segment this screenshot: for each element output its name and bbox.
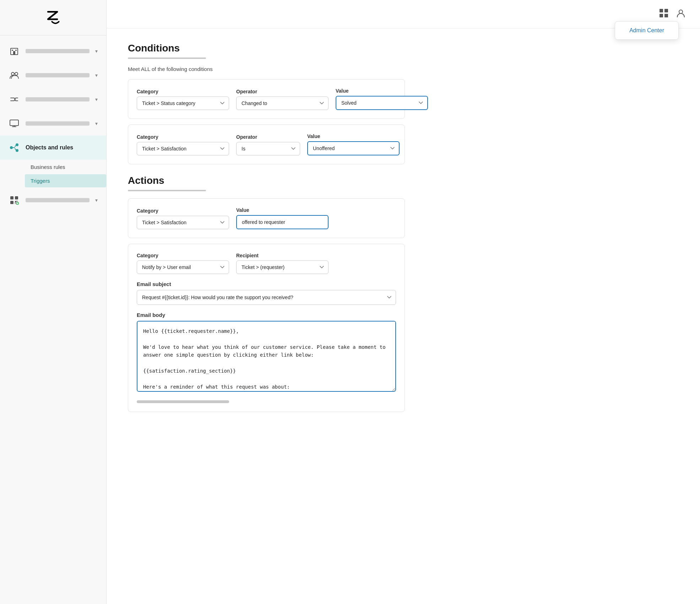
condition-fields-1: Category Ticket > Status category Operat… [137,88,396,110]
nav-item-label-bar [26,121,89,126]
condition-operator-select-2[interactable]: Is [236,142,300,155]
sidebar-item-account[interactable]: ▾ [0,39,106,63]
actions-title: Actions [128,175,405,186]
apps-grid-icon [9,194,20,206]
sidebar-subitem-business-rules[interactable]: Business rules [25,160,106,174]
action-fields-2: Category Notify by > User email Recipien… [137,253,396,274]
svg-rect-10 [10,196,13,199]
chevron-down-icon: ▾ [95,72,98,78]
condition-operator-select-1[interactable]: Changed to [236,97,329,110]
action-recipient-select[interactable]: Ticket > (requester) [236,260,329,274]
nav-item-label-bar [26,73,89,77]
action-recipient-group: Recipient Ticket > (requester) [236,253,329,274]
sidebar-logo [0,0,106,35]
sidebar-item-objects[interactable]: Objects and rules [0,136,106,160]
svg-rect-6 [10,120,18,126]
svg-rect-3 [15,50,17,51]
condition-fields-2: Category Ticket > Satisfaction Operator … [137,133,396,155]
nav-item-label-bar [26,49,89,53]
email-body-textarea[interactable]: Hello {{ticket.requester.name}}, We'd lo… [137,321,396,392]
svg-point-19 [679,10,683,13]
action-category-label-2: Category [137,253,229,258]
user-icon[interactable] [676,8,686,20]
category-label-1: Category [137,89,229,94]
objects-rules-icon [9,142,20,153]
channels-icon [9,94,20,105]
conditions-description: Meet ALL of the following conditions [128,66,405,72]
action-category-select-1[interactable]: Ticket > Satisfaction [137,216,229,229]
condition-value-select-1[interactable]: Solved [336,96,428,110]
conditions-bar [128,57,206,59]
svg-point-4 [11,72,14,75]
admin-center-dropdown: Admin Center [615,21,679,40]
svg-point-7 [10,146,13,149]
nav-item-label-bar [26,97,89,101]
operator-label-1: Operator [236,89,329,94]
operator-label-2: Operator [236,134,300,140]
admin-center-link[interactable]: Admin Center [629,27,664,33]
action-value-label-1: Value [236,207,329,213]
condition-value-group-1: Value Solved [336,88,428,110]
svg-point-9 [16,149,18,152]
svg-rect-12 [10,201,13,204]
category-label-2: Category [137,134,229,140]
svg-rect-2 [12,50,13,51]
chevron-down-icon: ▾ [95,121,98,126]
action-fields-1: Category Ticket > Satisfaction Value [137,207,396,229]
action-category-select-2[interactable]: Notify by > User email [137,260,229,274]
people-icon [9,70,20,81]
building-icon [9,45,20,57]
condition-category-group-2: Category Ticket > Satisfaction [137,134,229,155]
condition-category-group-1: Category Ticket > Status category [137,89,229,110]
sidebar-item-devices[interactable]: ▾ [0,111,106,136]
action-category-group-1: Category Ticket > Satisfaction [137,208,229,229]
email-subject-select[interactable]: Request #{{ticket.id}}: How would you ra… [137,290,396,305]
chevron-down-icon: ▾ [95,197,98,203]
condition-row-1: Category Ticket > Status category Operat… [128,79,405,119]
action-category-label-1: Category [137,208,229,214]
value-label-1: Value [336,88,428,94]
email-subject-label: Email subject [137,281,396,287]
condition-value-group-2: Value Unoffered [307,133,400,155]
svg-rect-16 [664,9,668,12]
condition-row-2: Category Ticket > Satisfaction Operator … [128,125,405,164]
svg-rect-1 [13,51,15,55]
sidebar: ▾ ▾ ▾ ▾ [0,0,107,604]
page-content: Conditions Meet ALL of the following con… [107,28,426,432]
action-recipient-label: Recipient [236,253,329,258]
desktop-icon [9,118,20,129]
condition-category-select-1[interactable]: Ticket > Status category [137,97,229,110]
chevron-down-icon: ▾ [95,97,98,102]
svg-rect-11 [15,196,18,199]
condition-category-select-2[interactable]: Ticket > Satisfaction [137,142,229,155]
zendesk-logo-icon [43,9,64,27]
sidebar-subitems: Business rules Triggers [0,160,106,187]
condition-operator-group-1: Operator Changed to [236,89,329,110]
nav-item-label-bar [26,198,89,202]
sidebar-item-people[interactable]: ▾ [0,63,106,87]
value-label-2: Value [307,133,400,139]
actions-bar [128,190,206,191]
condition-operator-group-2: Operator Is [236,134,300,155]
action-value-input-1[interactable] [236,215,329,229]
email-body-section: Email body Hello {{ticket.requester.name… [137,312,396,393]
main-content: Admin Center Conditions Meet ALL of the … [107,0,700,604]
svg-point-5 [15,72,18,75]
sidebar-subitem-triggers[interactable]: Triggers [25,174,106,187]
sidebar-item-apps[interactable]: ▾ [0,188,106,212]
svg-rect-17 [660,14,663,17]
action-row-2: Category Notify by > User email Recipien… [128,244,405,412]
action-row-1: Category Ticket > Satisfaction Value [128,198,405,238]
chevron-down-icon: ▾ [95,48,98,54]
topbar: Admin Center [107,0,700,28]
apps-icon[interactable] [659,8,669,20]
svg-rect-18 [664,14,668,17]
sidebar-item-objects-label: Objects and rules [26,144,73,151]
sidebar-navigation: ▾ ▾ ▾ ▾ [0,35,106,604]
email-subject-section: Email subject Request #{{ticket.id}}: Ho… [137,281,396,305]
condition-value-select-2[interactable]: Unoffered [307,141,400,155]
action-bottom-bar [137,400,229,403]
sidebar-item-channels[interactable]: ▾ [0,87,106,111]
conditions-title: Conditions [128,43,405,54]
action-category-group-2: Category Notify by > User email [137,253,229,274]
